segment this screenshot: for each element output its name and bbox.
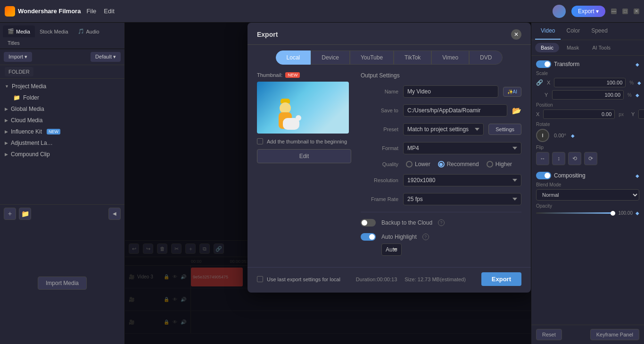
modal-close-button[interactable]: ✕ (511, 29, 521, 40)
tab-titles[interactable]: Titles (3, 37, 25, 49)
sidebar-item-cloud-media[interactable]: ▶ Cloud Media (0, 115, 124, 126)
export-action-button[interactable]: Export (481, 272, 521, 286)
flip-btn-3[interactable]: ⟲ (568, 152, 581, 165)
transform-keyframe-icon[interactable]: ◆ (636, 62, 639, 67)
import-media-button[interactable]: Import Media (38, 277, 87, 290)
auto-highlight-toggle[interactable] (361, 233, 376, 241)
tab-color[interactable]: Color (561, 23, 586, 40)
close-button[interactable]: ✕ (634, 8, 639, 14)
add-folder-button[interactable]: 📁 (19, 208, 31, 220)
avatar[interactable] (553, 5, 566, 18)
scale-x-input[interactable] (554, 78, 626, 87)
sidebar-tabs: 🎬 Media Stock Media 🎵 Audio Titles (0, 23, 124, 49)
app-logo: Wondershare Filmora (5, 6, 81, 17)
compositing-keyframe-icon[interactable]: ◆ (636, 173, 639, 178)
pos-y-input[interactable] (638, 109, 644, 119)
sidebar-item-project-media[interactable]: ▼ Project Media (0, 81, 124, 92)
tab-local[interactable]: Local (276, 50, 311, 65)
flip-btn-4[interactable]: ⟳ (584, 152, 597, 165)
tab-stock-media[interactable]: Stock Media (35, 25, 73, 37)
sidebar-item-global-media[interactable]: ▶ Global Media (0, 103, 124, 115)
scale-y-input[interactable] (552, 90, 624, 100)
auto-highlight-select[interactable]: Auto (381, 243, 402, 256)
transform-toggle[interactable] (536, 60, 551, 68)
lock-icon[interactable]: 🔗 (536, 79, 543, 86)
backup-cloud-toggle[interactable] (361, 219, 376, 227)
compositing-header: Compositing ◆ (536, 172, 639, 179)
settings-button[interactable]: Settings (488, 124, 521, 135)
rotate-label: Rotate (536, 122, 639, 127)
opacity-thumb[interactable] (611, 211, 615, 216)
backup-help-icon[interactable]: ? (438, 219, 445, 226)
auto-highlight-help-icon[interactable]: ? (422, 234, 429, 240)
position-label: Position (536, 102, 639, 108)
name-input[interactable] (403, 85, 498, 98)
sidebar-item-influence-kit[interactable]: ▶ Influence Kit NEW (0, 126, 124, 137)
use-last-settings-checkbox[interactable] (257, 276, 263, 282)
subtab-ai-tools[interactable]: AI Tools (586, 43, 616, 52)
rotate-keyframe[interactable]: ◆ (571, 133, 575, 138)
quality-lower[interactable]: Lower (406, 161, 430, 168)
preset-select[interactable]: Match to project settings (403, 123, 484, 135)
add-track-button[interactable]: ＋ (4, 208, 16, 220)
add-thumbnail-row: Add the thumbnail to the beginning (257, 138, 351, 144)
radio-recommend[interactable] (438, 161, 445, 168)
sidebar-item-folder[interactable]: 📁 Folder (0, 92, 124, 103)
sidebar-item-compound-clip[interactable]: ▶ Compound Clip (0, 149, 124, 160)
default-button[interactable]: Default ▾ (91, 52, 121, 62)
scale-y-keyframe[interactable]: ◆ (636, 92, 639, 98)
tab-video[interactable]: Video (535, 23, 561, 40)
collapse-button[interactable]: ◀ (108, 208, 121, 220)
format-select[interactable]: MP4 (403, 142, 521, 154)
tab-speed[interactable]: Speed (586, 23, 613, 40)
quality-higher[interactable]: Higher (487, 161, 512, 168)
menu-file[interactable]: File (86, 8, 96, 15)
blend-mode-select[interactable]: Normal (536, 189, 639, 201)
pos-x-row: X px Y px ◆ (536, 109, 639, 119)
tab-device[interactable]: Device (311, 50, 350, 65)
folder-open-button[interactable]: 📂 (512, 106, 521, 115)
maximize-button[interactable]: □ (622, 8, 628, 14)
compositing-toggle[interactable] (536, 172, 551, 179)
rotate-knob[interactable] (536, 129, 549, 142)
pos-x-input[interactable] (543, 109, 615, 119)
tab-youtube[interactable]: YouTube (350, 50, 394, 65)
flip-horizontal-button[interactable]: ↔ (536, 152, 549, 165)
menu-edit[interactable]: Edit (104, 8, 114, 15)
resolution-select[interactable]: 1920x1080 (403, 174, 521, 186)
tab-tiktok[interactable]: TikTok (394, 50, 431, 65)
import-button[interactable]: Import ▾ (4, 52, 32, 62)
quality-recommend[interactable]: Recommend (438, 161, 479, 168)
center-area: ↩ ↪ 🗑 ✂ ＋ ⧉ 🔗 00:00 00:00:05:0 🎥 Video 3 (125, 23, 531, 344)
quality-label: Quality (361, 161, 398, 167)
ai-name-button[interactable]: ✨AI (503, 87, 521, 97)
flip-vertical-button[interactable]: ↕ (552, 152, 565, 165)
sidebar-item-adjustment[interactable]: ▶ Adjustment La… (0, 137, 124, 149)
radio-higher[interactable] (487, 161, 493, 168)
preset-row: Preset Match to project settings Setting… (361, 123, 521, 135)
edit-thumbnail-button[interactable]: Edit (257, 149, 351, 163)
opacity-label: Opacity (536, 203, 639, 209)
sidebar-tree: ▼ Project Media 📁 Folder ▶ Global Media … (0, 79, 124, 204)
tab-vimeo[interactable]: Vimeo (431, 50, 469, 65)
save-path-input[interactable] (403, 104, 507, 117)
framerate-select[interactable]: 25 fps (403, 193, 521, 205)
use-last-label: Use last export settings for local (267, 277, 340, 282)
opacity-keyframe[interactable]: ◆ (636, 210, 639, 216)
minimize-button[interactable]: — (611, 8, 617, 14)
subtab-mask[interactable]: Mask (561, 43, 585, 52)
scale-x-keyframe[interactable]: ◆ (637, 80, 641, 85)
tab-dvd[interactable]: DVD (469, 50, 503, 65)
reset-button[interactable]: Reset (536, 329, 562, 340)
tab-media[interactable]: 🎬 Media (3, 25, 35, 37)
export-top-button[interactable]: Export ▾ (571, 6, 605, 17)
keyframe-panel-button[interactable]: Keyframe Panel (590, 329, 639, 340)
name-label: Name (361, 89, 398, 94)
radio-lower[interactable] (406, 161, 413, 168)
subtab-basic[interactable]: Basic (535, 43, 559, 52)
add-thumbnail-checkbox[interactable] (257, 138, 263, 144)
transform-label: Transform (554, 61, 579, 67)
left-sidebar: 🎬 Media Stock Media 🎵 Audio Titles Impor… (0, 23, 125, 344)
opacity-slider[interactable] (536, 212, 615, 214)
tab-audio[interactable]: 🎵 Audio (73, 25, 104, 37)
